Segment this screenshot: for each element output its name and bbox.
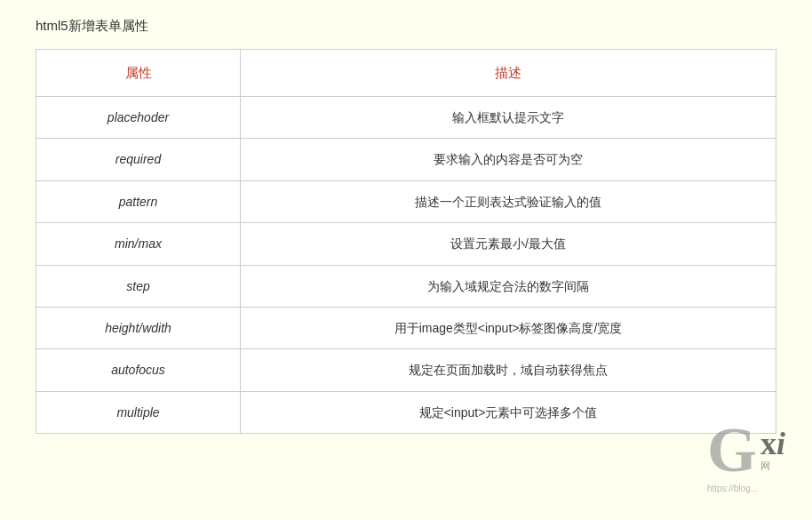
description-cell: 描述一个正则表达式验证输入的值 (241, 180, 776, 222)
table-row: height/wdith用于image类型<input>标签图像高度/宽度 (36, 307, 776, 348)
page-title: html5新增表单属性 (36, 18, 776, 35)
description-cell: 规定<input>元素中可选择多个值 (241, 391, 776, 433)
property-cell: placehoder (36, 97, 241, 139)
table-row: multiple规定<input>元素中可选择多个值 (36, 391, 776, 433)
description-cell: 要求输入的内容是否可为空 (241, 139, 776, 180)
table-row: pattern描述一个正则表达式验证输入的值 (36, 180, 776, 222)
description-cell: 为输入域规定合法的数字间隔 (241, 265, 776, 307)
property-cell: min/max (36, 223, 241, 265)
description-cell: 输入框默认提示文字 (241, 97, 776, 139)
property-cell: multiple (36, 391, 241, 433)
property-cell: pattern (36, 180, 241, 222)
watermark-url: https://blog... (707, 484, 785, 493)
table-row: step为输入域规定合法的数字间隔 (36, 265, 776, 307)
description-cell: 用于image类型<input>标签图像高度/宽度 (241, 307, 776, 348)
table-row: required要求输入的内容是否可为空 (36, 139, 776, 180)
description-cell: 设置元素最小/最大值 (241, 223, 776, 265)
watermark-text-block: xi 网 (760, 428, 785, 473)
table-row: placehoder输入框默认提示文字 (36, 97, 776, 139)
description-cell: 规定在页面加载时，域自动获得焦点 (241, 349, 776, 391)
table-row: min/max设置元素最小/最大值 (36, 223, 776, 265)
watermark-net: 网 (760, 460, 785, 473)
property-cell: autofocus (36, 349, 241, 391)
col-header-description: 描述 (241, 50, 776, 97)
col-header-property: 属性 (36, 50, 241, 97)
attributes-table: 属性 描述 placehoder输入框默认提示文字required要求输入的内容… (36, 49, 776, 434)
property-cell: step (36, 265, 241, 307)
property-cell: required (36, 139, 241, 180)
property-cell: height/wdith (36, 307, 241, 348)
table-row: autofocus规定在页面加载时，域自动获得焦点 (36, 349, 776, 391)
